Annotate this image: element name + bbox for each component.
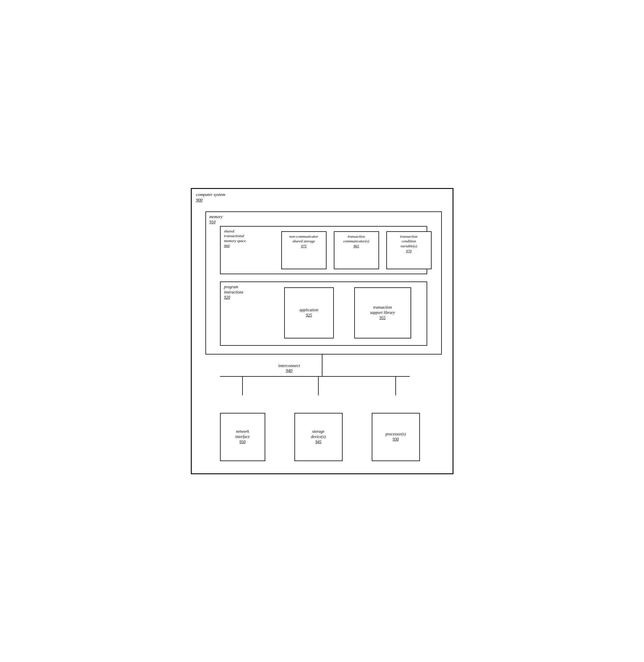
application-label: application 925: [285, 308, 333, 318]
diagram-container: computer system 900 memory 910 sharedtra…: [191, 188, 454, 474]
application-box: application 925: [284, 287, 334, 338]
program-instructions-label: programinstructions 920: [224, 284, 243, 301]
transaction-communicators-label: transactioncommunicator(s) 965: [335, 234, 378, 249]
storage-devices-box: storagedevice(s) 945: [294, 413, 343, 461]
shared-memory-label: sharedtransactionalmemory space 960: [224, 229, 246, 249]
non-communicator-label: non-communicatorshared storage 975: [282, 234, 326, 249]
computer-system-label: computer system 900: [196, 192, 225, 203]
non-communicator-box: non-communicatorshared storage 975: [281, 231, 326, 269]
transaction-support-box: transactionsupport library 955: [354, 287, 411, 338]
transaction-condition-label: transactionconditionvariable(s) 970: [387, 234, 431, 254]
transaction-communicators-box: transactioncommunicator(s) 965: [334, 231, 379, 269]
storage-devices-label: storagedevice(s) 945: [295, 429, 342, 445]
interconnect-label: interconnect 940: [278, 363, 300, 373]
transaction-support-label: transactionsupport library 955: [355, 305, 411, 321]
transaction-condition-box: transactionconditionvariable(s) 970: [386, 231, 432, 269]
network-interface-box: networkinterface 950: [220, 413, 265, 461]
processors-label: processor(s) 930: [372, 432, 419, 442]
processors-box: processor(s) 930: [372, 413, 420, 461]
network-interface-label: networkinterface 950: [221, 429, 264, 445]
memory-label: memory 910: [209, 214, 223, 225]
